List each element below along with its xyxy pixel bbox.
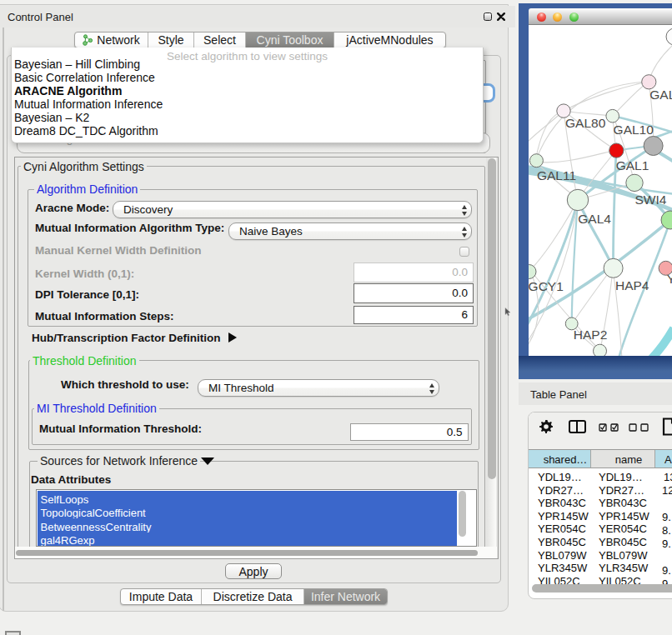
svg-text:GAL1: GAL1 (616, 158, 649, 172)
svg-text:HAP2: HAP2 (574, 328, 608, 342)
svg-text:Y: Y (667, 272, 672, 286)
svg-text:GAL11: GAL11 (537, 168, 576, 182)
svg-text:GAL80: GAL80 (565, 116, 606, 130)
svg-text:GAL2: GAL2 (649, 88, 672, 102)
svg-text:GAL10: GAL10 (614, 122, 654, 137)
svg-text:HAP4: HAP4 (615, 278, 649, 292)
svg-text:GCY1: GCY1 (529, 279, 564, 293)
svg-text:GAL4: GAL4 (578, 212, 611, 226)
svg-text:SWI4: SWI4 (635, 192, 667, 207)
